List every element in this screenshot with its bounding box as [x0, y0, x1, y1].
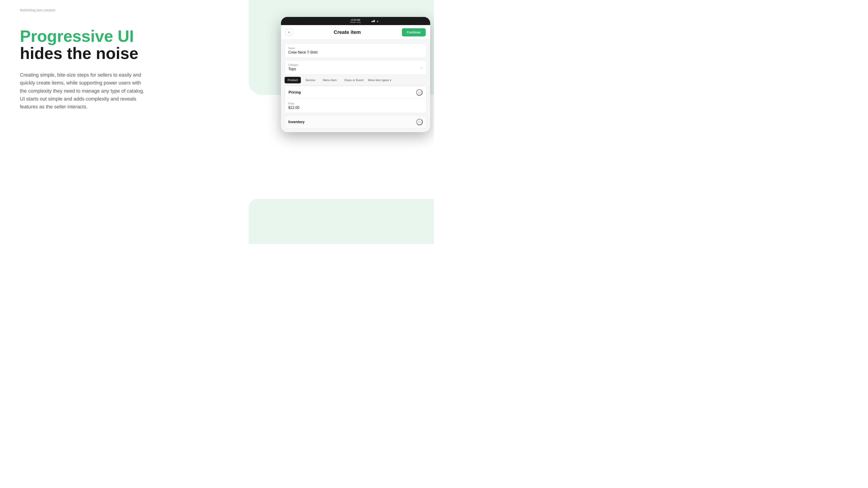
pricing-title: Pricing: [289, 90, 301, 94]
wifi-icon: ▲: [377, 20, 379, 22]
category-inner: Category Tops: [288, 64, 420, 71]
status-bar: ▲ 10:03 AM Reader ready: [281, 17, 430, 25]
close-button[interactable]: ×: [285, 29, 293, 36]
tab-class-or-event[interactable]: Class or Event: [341, 77, 367, 84]
tab-menu-item[interactable]: Menu item: [320, 77, 340, 84]
tablet-wrapper: ▲ 10:03 AM Reader ready × Create item Co…: [277, 17, 434, 132]
left-content-area: Rethinking item creation Progressive UI …: [20, 8, 160, 111]
description-text: Creating simple, bite-size steps for sel…: [20, 71, 147, 111]
app-content: × Create item Continue Name Crew Neck T-…: [281, 25, 430, 132]
headline-green: Progressive UI: [20, 28, 160, 45]
tab-service[interactable]: Service: [302, 77, 318, 84]
status-time: 10:03 AM: [350, 19, 360, 21]
page-title: Create item: [334, 29, 361, 35]
price-field-card[interactable]: Price $12.00: [285, 99, 426, 113]
form-area: Name Crew Neck T-Shirt Category Tops ⌄ P…: [281, 40, 430, 132]
category-label: Category: [288, 64, 420, 66]
headline-black: hides the noise: [20, 45, 160, 62]
more-item-types-button[interactable]: More item types ∨: [368, 78, 392, 82]
category-value: Tops: [288, 67, 420, 71]
category-field-card[interactable]: Category Tops ⌄: [285, 60, 427, 74]
name-field-card[interactable]: Name Crew Neck T-Shirt: [285, 43, 427, 58]
price-label: Price: [288, 102, 423, 105]
tablet-device: ▲ 10:03 AM Reader ready × Create item Co…: [281, 17, 430, 132]
pricing-header-row: Pricing ⋯: [285, 86, 426, 99]
more-item-types-label: More item types: [368, 78, 389, 82]
more-item-types-chevron: ∨: [390, 78, 392, 82]
signal-icon: [371, 20, 375, 22]
chevron-down-icon: ⌄: [420, 66, 423, 69]
status-time-block: 10:03 AM Reader ready: [350, 19, 361, 23]
tab-product[interactable]: Product: [285, 77, 301, 84]
app-header: × Create item Continue: [281, 25, 430, 40]
tagline: Rethinking item creation: [20, 8, 160, 12]
name-label: Name: [288, 47, 423, 50]
inventory-title: Inventory: [288, 120, 305, 124]
status-reader: Reader ready: [350, 21, 361, 23]
inventory-options-button[interactable]: ⋯: [416, 119, 423, 125]
inventory-section-row: Inventory ⋯: [285, 116, 427, 129]
status-icons: ▲: [371, 20, 379, 22]
bg-mint-bottom: [249, 199, 434, 244]
pricing-section-card: Pricing ⋯ Price $12.00: [285, 86, 427, 113]
pricing-options-button[interactable]: ⋯: [416, 89, 423, 96]
continue-button[interactable]: Continue: [402, 28, 426, 36]
price-value: $12.00: [288, 106, 423, 110]
name-value: Crew Neck T-Shirt: [288, 51, 423, 55]
item-type-tabs: Product Service Menu item Class or Event…: [285, 77, 427, 84]
